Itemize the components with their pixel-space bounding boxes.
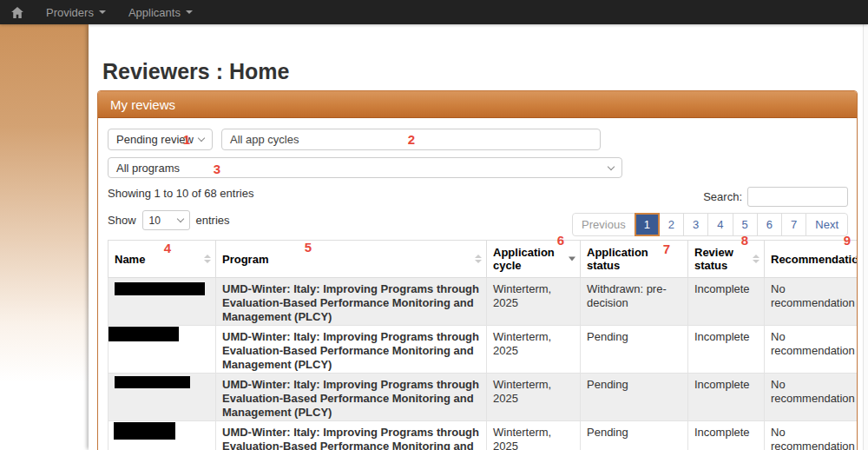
page-title: Reviewers : Home [102, 59, 289, 84]
redacted-name [115, 282, 205, 295]
search-control: Search: [703, 187, 848, 207]
nav-providers-label: Providers [46, 6, 94, 19]
nav-applicants[interactable]: Applicants [117, 0, 204, 24]
panel-title: My reviews [98, 91, 857, 118]
column-label: Recommendation [771, 253, 858, 266]
pagination-next[interactable]: Next [806, 213, 848, 236]
filters-row: Pending review All app cycles [108, 129, 848, 150]
column-header-application-status: Application status [581, 241, 688, 278]
cell-application-cycle: Winterterm, 2025 [487, 421, 581, 450]
cell-application-status: Pending [581, 374, 688, 421]
table-body: UMD-Winter: Italy: Improving Programs th… [108, 278, 858, 450]
pagination-page-6[interactable]: 6 [757, 213, 782, 236]
sort-both-icon [854, 255, 858, 263]
programs-select[interactable]: All programs [108, 157, 622, 178]
table-header-row: NameProgramApplication cycleApplication … [108, 241, 858, 278]
column-label: Program [222, 253, 268, 266]
entries-label: entries [196, 214, 230, 227]
programs-value: All programs [116, 162, 180, 175]
table-row: UMD-Winter: Italy: Improving Programs th… [108, 326, 858, 374]
redacted-name [115, 376, 190, 388]
cell-review-status: Incomplete [688, 374, 765, 421]
search-input[interactable] [747, 187, 848, 207]
cell-application-status: Withdrawn: pre-decision [581, 278, 688, 326]
page-length-control: Show 10 entries [108, 210, 253, 230]
column-label: Review status [694, 246, 733, 272]
review-state-value: Pending review [116, 133, 194, 146]
main-content: Reviewers : Home Progress Audit My revie… [89, 24, 868, 450]
app-cycles-value: All app cycles [230, 133, 299, 146]
sort-desc-icon [569, 257, 575, 261]
showing-entries-text: Showing 1 to 10 of 68 entries [108, 187, 253, 200]
cell-recommendation: No recommendation [765, 326, 858, 374]
redacted-name [108, 327, 179, 341]
search-label: Search: [703, 190, 742, 203]
cell-program: UMD-Winter: Italy: Improving Programs th… [216, 326, 487, 374]
cell-name [108, 374, 216, 421]
show-label: Show [108, 214, 136, 227]
scrollbar[interactable] [863, 24, 868, 450]
chevron-down-icon [99, 10, 106, 14]
table-row: UMD-Winter: Italy: Improving Programs th… [108, 374, 858, 421]
cell-application-status: Pending [581, 421, 688, 450]
cell-application-cycle: Winterterm, 2025 [487, 326, 581, 374]
cell-name [108, 278, 216, 326]
sort-both-icon [753, 255, 760, 263]
cell-review-status: Incomplete [688, 326, 765, 374]
cell-application-cycle: Winterterm, 2025 [487, 278, 581, 326]
column-header-review-status[interactable]: Review status [688, 241, 765, 278]
cell-application-cycle: Winterterm, 2025 [487, 374, 581, 421]
cell-recommendation: No recommendation [765, 421, 858, 450]
app-cycles-input[interactable]: All app cycles [221, 129, 601, 150]
cell-name [108, 421, 216, 450]
column-header-application-cycle[interactable]: Application cycle [487, 241, 581, 278]
cell-application-status: Pending [581, 326, 688, 374]
column-label: Application cycle [493, 246, 555, 272]
nav-providers[interactable]: Providers [35, 0, 117, 24]
cell-name [108, 326, 216, 374]
page-length-select[interactable]: 10 [142, 210, 190, 230]
sort-both-icon [204, 255, 211, 263]
column-header-name[interactable]: Name [108, 241, 216, 278]
reviews-table: NameProgramApplication cycleApplication … [108, 240, 858, 450]
table-row: UMD-Winter: Italy: Improving Programs th… [108, 421, 858, 450]
cell-recommendation: No recommendation [765, 374, 858, 421]
page-length-value: 10 [149, 215, 161, 227]
chevron-down-icon [176, 215, 183, 222]
cell-program: UMD-Winter: Italy: Improving Programs th… [216, 421, 487, 450]
panel-body: Pending review All app cycles All progra… [98, 118, 857, 450]
top-navbar: Providers Applicants [0, 0, 868, 24]
cell-review-status: Incomplete [688, 421, 765, 450]
cell-recommendation: No recommendation [765, 278, 858, 326]
review-state-select[interactable]: Pending review [108, 129, 213, 150]
column-header-recommendation[interactable]: Recommendation [765, 241, 858, 278]
nav-applicants-label: Applicants [128, 6, 181, 19]
sort-both-icon [475, 255, 482, 263]
chevron-down-icon [198, 135, 205, 142]
pagination: Previous1234567Next [573, 213, 848, 236]
column-label: Name [115, 253, 145, 266]
pagination-page-7[interactable]: 7 [781, 213, 806, 236]
column-header-program[interactable]: Program [216, 241, 487, 278]
pagination-page-4[interactable]: 4 [707, 213, 733, 236]
pagination-page-2[interactable]: 2 [659, 213, 684, 236]
home-icon[interactable] [0, 7, 35, 18]
column-label: Application status [587, 246, 648, 272]
table-controls: Showing 1 to 10 of 68 entries Show 10 en… [108, 187, 848, 236]
pagination-page-3[interactable]: 3 [683, 213, 708, 236]
chevron-down-icon [186, 10, 193, 14]
table-row: UMD-Winter: Italy: Improving Programs th… [108, 278, 858, 326]
redacted-name [114, 422, 175, 440]
cell-review-status: Incomplete [688, 278, 765, 326]
chevron-down-icon [608, 162, 615, 169]
pagination-previous[interactable]: Previous [572, 213, 635, 236]
my-reviews-panel: My reviews Pending review All app cycles… [97, 90, 858, 450]
pagination-page-5[interactable]: 5 [733, 213, 758, 236]
cell-program: UMD-Winter: Italy: Improving Programs th… [216, 278, 487, 326]
pagination-page-1[interactable]: 1 [635, 213, 660, 236]
cell-program: UMD-Winter: Italy: Improving Programs th… [216, 374, 487, 421]
